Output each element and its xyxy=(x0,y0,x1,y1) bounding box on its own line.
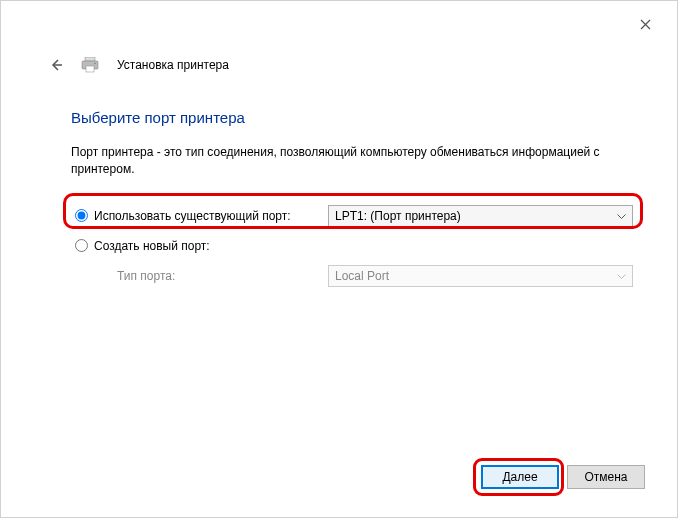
back-arrow-icon xyxy=(49,58,63,72)
dialog-title: Установка принтера xyxy=(117,58,229,72)
radio-create-new-input[interactable] xyxy=(75,239,88,252)
printer-icon xyxy=(81,57,99,73)
back-button[interactable] xyxy=(49,58,63,72)
svg-point-6 xyxy=(94,63,96,65)
radio-use-existing-input[interactable] xyxy=(75,209,88,222)
dialog-header: Установка принтера xyxy=(49,57,229,73)
dialog-footer: Далее Отмена xyxy=(481,465,645,489)
dialog-window: Установка принтера Выберите порт принтер… xyxy=(0,0,678,518)
close-button[interactable] xyxy=(631,13,659,35)
port-type-select: Local Port xyxy=(328,265,633,287)
svg-rect-5 xyxy=(86,66,94,72)
radio-create-new-label: Создать новый порт: xyxy=(94,239,210,253)
page-heading: Выберите порт принтера xyxy=(71,109,637,126)
radio-use-existing-port[interactable]: Использовать существующий порт: xyxy=(75,209,328,223)
chevron-down-icon xyxy=(617,209,626,223)
port-type-value: Local Port xyxy=(335,269,389,283)
dialog-content: Выберите порт принтера Порт принтера - э… xyxy=(71,109,637,293)
svg-rect-3 xyxy=(85,57,95,61)
existing-port-select[interactable]: LPT1: (Порт принтера) xyxy=(328,205,633,227)
cancel-button[interactable]: Отмена xyxy=(567,465,645,489)
next-button[interactable]: Далее xyxy=(481,465,559,489)
existing-port-value: LPT1: (Порт принтера) xyxy=(335,209,461,223)
port-type-row: Тип порта: Local Port xyxy=(71,259,637,293)
radio-use-existing-label: Использовать существующий порт: xyxy=(94,209,291,223)
option-create-new-port: Создать новый порт: xyxy=(71,233,637,259)
radio-create-new-port[interactable]: Создать новый порт: xyxy=(75,239,328,253)
close-icon xyxy=(640,19,651,30)
page-description: Порт принтера - это тип соединения, позв… xyxy=(71,144,611,179)
port-type-label: Тип порта: xyxy=(75,269,175,283)
chevron-down-icon xyxy=(617,269,626,283)
option-use-existing-port: Использовать существующий порт: LPT1: (П… xyxy=(71,199,637,233)
